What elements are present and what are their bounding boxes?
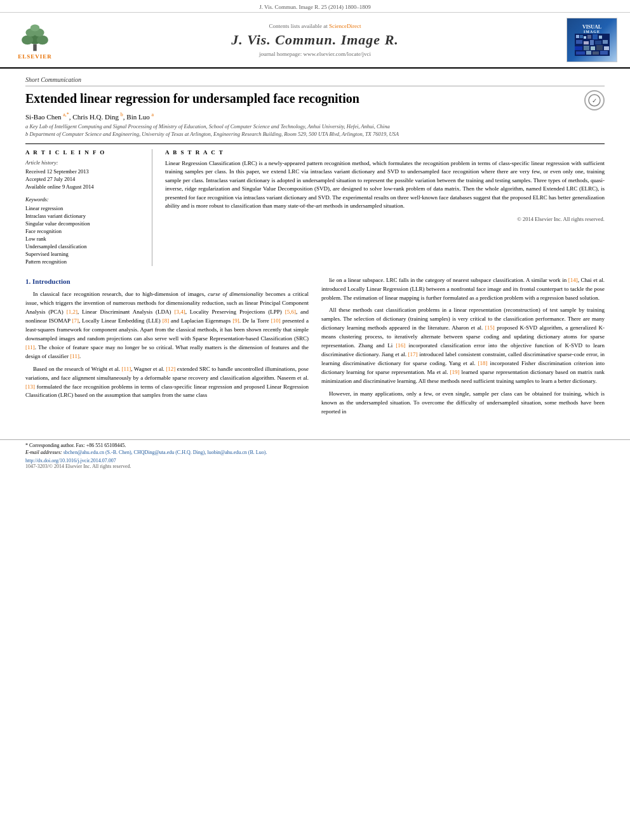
history-label: Article history: — [25, 159, 144, 166]
journal-header: ELSEVIER Contents lists available at Sci… — [0, 13, 630, 69]
article-info-col: A R T I C L E I N F O Article history: R… — [25, 149, 152, 266]
article-title: Extended linear regression for undersamp… — [25, 90, 578, 107]
keyword-3: Singular value decomposition — [25, 220, 144, 227]
doi-link[interactable]: http://dx.doi.org/10.1016/j.jvcir.2014.0… — [25, 458, 605, 463]
svg-rect-13 — [599, 36, 602, 39]
elsevier-text-logo: ELSEVIER — [18, 53, 52, 60]
journal-title-area: Contents lists available at ScienceDirec… — [70, 18, 560, 62]
visual-image-logo-area: VISUAL IMAGE — [566, 18, 624, 62]
svg-rect-23 — [604, 46, 609, 50]
footer-area: * Corresponding author. Fax: +86 551 651… — [0, 439, 630, 469]
svg-rect-20 — [584, 46, 589, 50]
svg-rect-0 — [33, 44, 36, 51]
svg-rect-15 — [584, 41, 589, 44]
svg-rect-11 — [587, 35, 591, 39]
svg-rect-17 — [595, 41, 601, 44]
visual-image-graphic — [575, 34, 610, 56]
intro-heading: 1. Introduction — [25, 276, 309, 287]
intro-para-2: Based on the research of Wright et al. [… — [25, 365, 309, 401]
abstract-text: Linear Regression Classification (LRC) i… — [165, 159, 605, 211]
abstract-heading: A B S T R A C T — [165, 149, 605, 156]
affiliation-b: b Department of Computer Science and Eng… — [25, 131, 605, 137]
keyword-6: Undersampled classification — [25, 243, 144, 250]
svg-rect-27 — [600, 51, 608, 55]
journal-top-bar: J. Vis. Commun. Image R. 25 (2014) 1800–… — [0, 0, 630, 13]
affiliation-a: a Key Lab of Intelligent Computing and S… — [25, 123, 605, 130]
article-info-heading: A R T I C L E I N F O — [25, 149, 144, 156]
article-content: Short Communication Extended linear regr… — [0, 69, 630, 433]
svg-point-6 — [30, 24, 40, 31]
keyword-1: Linear regression — [25, 205, 144, 211]
body-section: 1. Introduction In classical face recogn… — [25, 276, 605, 420]
authors-line: Si-Bao Chen a,*, Chris H.Q. Ding b, Bin … — [25, 112, 605, 121]
available-date: Available online 9 August 2014 — [25, 183, 144, 190]
svg-rect-18 — [603, 40, 608, 44]
journal-homepage: journal homepage: www.elsevier.com/locat… — [259, 51, 371, 57]
svg-rect-8 — [576, 35, 579, 38]
svg-rect-10 — [584, 36, 586, 39]
journal-title: J. Vis. Commun. Image R. — [231, 32, 399, 48]
svg-rect-14 — [576, 40, 582, 44]
page: J. Vis. Commun. Image R. 25 (2014) 1800–… — [0, 0, 630, 840]
keyword-2: Intraclass variant dictionary — [25, 213, 144, 219]
svg-point-3 — [37, 35, 48, 44]
abstract-col: A B S T R A C T Linear Regression Classi… — [165, 149, 605, 266]
keywords-label: Keywords: — [25, 196, 144, 203]
svg-rect-25 — [586, 51, 591, 55]
svg-rect-9 — [580, 35, 583, 38]
footnote-corresponding: * Corresponding author. Fax: +86 551 651… — [25, 443, 605, 448]
received-date: Received 12 September 2013 — [25, 168, 144, 175]
keywords-section: Keywords: Linear regression Intraclass v… — [25, 196, 144, 265]
footnote-email: E-mail addresses: sbchen@ahu.edu.cn (S.-… — [25, 450, 605, 455]
visual-image-logo: VISUAL IMAGE — [566, 18, 617, 62]
svg-rect-16 — [590, 40, 594, 45]
body-two-col: 1. Introduction In classical face recogn… — [25, 276, 605, 420]
keyword-5: Low rank — [25, 236, 144, 242]
rights-line: 1047-3203/© 2014 Elsevier Inc. All right… — [25, 463, 605, 469]
crossmark-icon[interactable]: ✓ — [584, 90, 605, 110]
sciencedirect-link[interactable]: Contents lists available at ScienceDirec… — [269, 23, 361, 29]
body-right-col: lie on a linear subspace. LRC falls in t… — [321, 276, 605, 420]
svg-rect-24 — [576, 51, 585, 55]
svg-rect-22 — [596, 45, 603, 50]
svg-text:✓: ✓ — [592, 97, 597, 104]
accepted-date: Accepted 27 July 2014 — [25, 176, 144, 182]
body-left-col: 1. Introduction In classical face recogn… — [25, 276, 309, 420]
svg-rect-26 — [593, 51, 599, 55]
journal-citation: J. Vis. Commun. Image R. 25 (2014) 1800–… — [259, 4, 371, 10]
svg-rect-19 — [575, 46, 582, 50]
intro-para-1: In classical face recognition research, … — [25, 290, 309, 361]
svg-point-2 — [22, 35, 33, 44]
svg-rect-12 — [593, 34, 598, 39]
svg-rect-21 — [591, 46, 595, 50]
article-type: Short Communication — [25, 76, 605, 86]
article-info-abstract-section: A R T I C L E I N F O Article history: R… — [25, 143, 605, 266]
copyright-notice: © 2014 Elsevier Inc. All rights reserved… — [165, 216, 605, 222]
keyword-7: Supervised learning — [25, 251, 144, 257]
intro-para-3: lie on a linear subspace. LRC falls in t… — [321, 276, 605, 303]
keyword-8: Pattern recognition — [25, 258, 144, 265]
intro-para-5: However, in many applications, only a fe… — [321, 390, 605, 417]
elsevier-tree-icon — [13, 21, 57, 53]
email-addresses[interactable]: sbchen@ahu.edu.cn (S.-B. Chen), CHQDing@… — [64, 450, 267, 455]
elsevier-logo-area: ELSEVIER — [6, 18, 64, 62]
keyword-4: Face recognition — [25, 228, 144, 234]
intro-para-4: All these methods cast classification pr… — [321, 306, 605, 385]
